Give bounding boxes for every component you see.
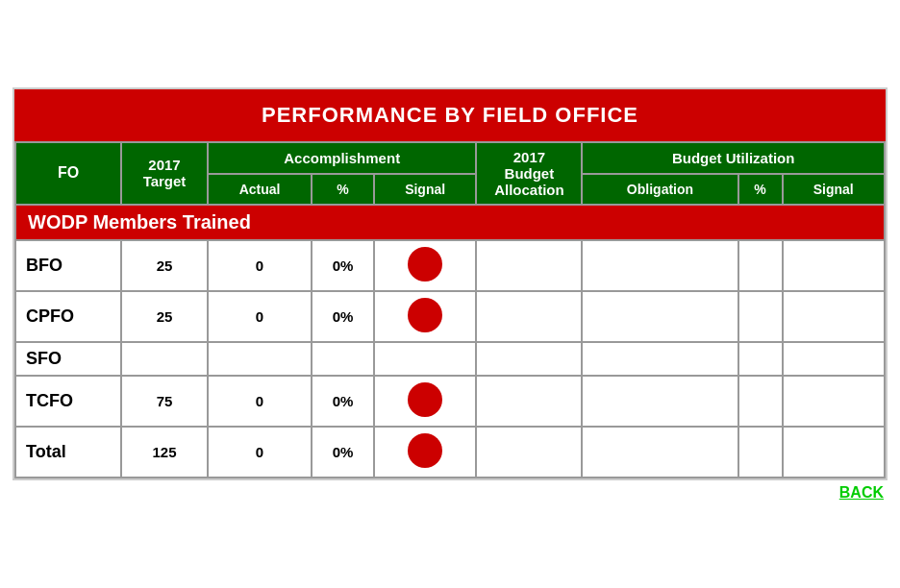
page-title: PERFORMANCE BY FIELD OFFICE xyxy=(14,89,886,141)
target-cell: 125 xyxy=(121,427,208,478)
subheader-bu-percent: % xyxy=(738,174,783,205)
signal-cell xyxy=(374,342,476,376)
obligation-cell xyxy=(582,427,738,478)
subheader-bu-signal: Signal xyxy=(783,174,886,205)
col-budget-allocation: 2017BudgetAllocation xyxy=(476,142,582,205)
budget-alloc-cell xyxy=(476,240,582,291)
actual-cell: 0 xyxy=(208,240,312,291)
percent-cell: 0% xyxy=(312,427,374,478)
back-button[interactable]: BACK xyxy=(12,480,888,502)
budget-alloc-cell xyxy=(476,427,582,478)
bu-signal-cell xyxy=(783,376,886,427)
section-header-row: WODP Members Trained xyxy=(15,205,885,240)
obligation-cell xyxy=(582,291,738,342)
percent-cell xyxy=(312,342,374,376)
obligation-cell xyxy=(582,376,738,427)
fo-cell: BFO xyxy=(15,240,121,291)
col-budget-utilization: Budget Utilization xyxy=(582,142,885,174)
actual-cell xyxy=(208,342,312,376)
target-cell xyxy=(121,342,208,376)
bu-percent-cell xyxy=(738,291,783,342)
percent-cell: 0% xyxy=(312,291,374,342)
signal-cell xyxy=(374,240,476,291)
target-cell: 25 xyxy=(121,240,208,291)
obligation-cell xyxy=(582,342,738,376)
target-cell: 75 xyxy=(121,376,208,427)
budget-alloc-cell xyxy=(476,291,582,342)
signal-circle-icon xyxy=(408,247,442,282)
bu-percent-cell xyxy=(738,240,783,291)
target-cell: 25 xyxy=(121,291,208,342)
bu-signal-cell xyxy=(783,291,886,342)
signal-circle-icon xyxy=(408,298,442,332)
budget-alloc-cell xyxy=(476,342,582,376)
signal-cell xyxy=(374,291,476,342)
bu-percent-cell xyxy=(738,342,783,376)
col-target: 2017Target xyxy=(121,142,208,205)
table-row: BFO2500% xyxy=(15,240,885,291)
subheader-signal: Signal xyxy=(374,174,476,205)
signal-cell xyxy=(374,376,476,427)
table-row: SFO xyxy=(15,342,885,376)
fo-cell: Total xyxy=(15,427,121,478)
table-row: TCFO7500% xyxy=(15,376,885,427)
budget-alloc-cell xyxy=(476,376,582,427)
table-row: Total12500% xyxy=(15,427,885,478)
signal-cell xyxy=(374,427,476,478)
bu-signal-cell xyxy=(783,427,886,478)
section-label: WODP Members Trained xyxy=(15,205,885,240)
actual-cell: 0 xyxy=(208,376,312,427)
percent-cell: 0% xyxy=(312,240,374,291)
table-row: CPFO2500% xyxy=(15,291,885,342)
signal-circle-icon xyxy=(408,382,442,417)
fo-cell: SFO xyxy=(15,342,121,376)
fo-cell: TCFO xyxy=(15,376,121,427)
percent-cell: 0% xyxy=(312,376,374,427)
fo-cell: CPFO xyxy=(15,291,121,342)
subheader-actual: Actual xyxy=(208,174,312,205)
bu-signal-cell xyxy=(783,240,886,291)
bu-percent-cell xyxy=(738,427,783,478)
obligation-cell xyxy=(582,240,738,291)
col-accomplishment: Accomplishment xyxy=(208,142,476,174)
col-fo: FO xyxy=(15,142,121,205)
subheader-percent: % xyxy=(312,174,374,205)
bu-percent-cell xyxy=(738,376,783,427)
signal-circle-icon xyxy=(408,433,442,468)
actual-cell: 0 xyxy=(208,427,312,478)
subheader-obligation: Obligation xyxy=(582,174,738,205)
actual-cell: 0 xyxy=(208,291,312,342)
bu-signal-cell xyxy=(783,342,886,376)
